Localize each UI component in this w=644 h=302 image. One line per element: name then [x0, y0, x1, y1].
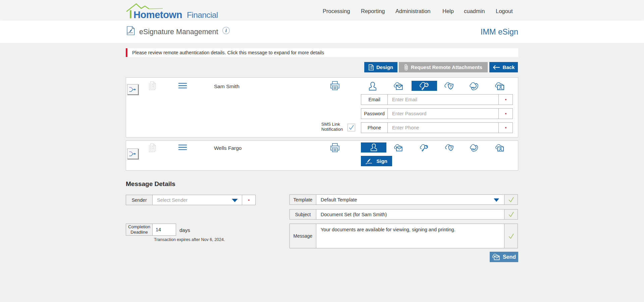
svg-text:1: 1	[152, 83, 154, 87]
svg-text:1: 1	[152, 145, 154, 149]
svg-text:i: i	[225, 28, 227, 33]
